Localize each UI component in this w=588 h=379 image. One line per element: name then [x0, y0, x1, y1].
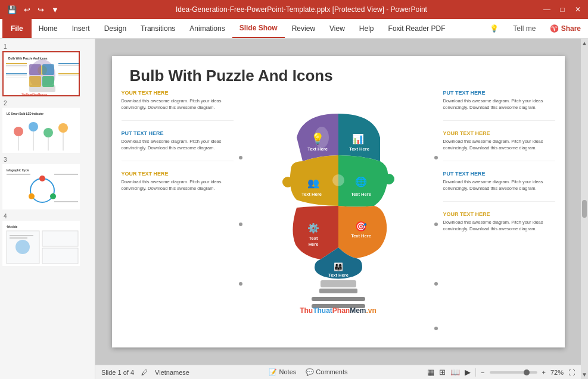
reading-view-icon[interactable]: 📖 — [450, 368, 460, 377]
slide-thumbnail-4[interactable]: 4th slide — [2, 221, 80, 266]
tab-home[interactable]: Home — [32, 19, 65, 38]
left-heading-2: PUT TEXT HERE — [122, 130, 234, 136]
scroll-thumb[interactable] — [582, 200, 587, 218]
tab-view[interactable]: View — [322, 19, 352, 38]
svg-point-35 — [29, 193, 35, 199]
language-label: Vietnamese — [155, 369, 189, 376]
status-bar: Slide 1 of 4 🖊 Vietnamese 📝 Notes 💬 Comm… — [95, 365, 581, 379]
slide-number-3: 3 — [2, 156, 92, 163]
zoom-thumb[interactable] — [524, 369, 530, 375]
tab-review[interactable]: Review — [285, 19, 322, 38]
watermark-mem: Mem — [350, 306, 366, 315]
zoom-out-button[interactable]: − — [481, 369, 484, 376]
right-separator-1 — [443, 120, 555, 121]
slide-thumb-2[interactable]: 2 LG Smart Bulb LED indicator — [2, 100, 92, 153]
svg-text:Infographic Cycle: Infographic Cycle — [7, 169, 29, 172]
zoom-in-button[interactable]: + — [542, 369, 546, 376]
svg-point-34 — [50, 193, 56, 199]
tab-foxit[interactable]: Foxit Reader PDF — [381, 19, 453, 38]
left-desc-3: Download this awesome diagram. Pitch you… — [122, 179, 234, 192]
svg-rect-36 — [7, 174, 30, 175]
ribbon-right: 💡 Tell me ♈ Share — [485, 22, 586, 35]
close-button[interactable]: ✕ — [573, 4, 583, 15]
slide-thumbnail-1[interactable]: Bulb With Puzzle And Icons — [2, 51, 80, 96]
thumb-svg-3: Infographic Cycle — [4, 165, 80, 209]
slide-body: YOUR TEXT HERE Download this awesome dia… — [112, 90, 565, 340]
dot-indicator-4 — [434, 156, 438, 159]
slide-sorter-icon[interactable]: ⊞ — [439, 368, 446, 377]
thumb-svg-1: Bulb With Puzzle And Icons — [4, 52, 80, 96]
svg-rect-52 — [319, 289, 357, 293]
svg-text:💡: 💡 — [311, 132, 325, 145]
zoom-slider[interactable] — [490, 371, 537, 374]
tab-animations[interactable]: Animations — [182, 19, 232, 38]
left-heading-3: YOUR TEXT HERE — [122, 171, 234, 177]
bulb-svg: 💡 📊 👥 🌐 — [255, 102, 422, 322]
svg-rect-43 — [42, 248, 78, 264]
svg-point-25 — [58, 123, 68, 133]
slide-thumb-1[interactable]: 1 Bulb With Puzzle And Icons — [2, 43, 92, 96]
tab-help[interactable]: Help — [352, 19, 381, 38]
maximize-button[interactable]: □ — [557, 4, 568, 15]
watermark-phan: Phan — [332, 306, 350, 315]
tab-design[interactable]: Design — [97, 19, 133, 38]
thumb-svg-4: 4th slide — [4, 222, 80, 266]
customize-quick-access-icon[interactable]: ▼ — [49, 4, 61, 15]
title-bar-left: 💾 ↩ ↪ ▼ — [5, 4, 61, 15]
scroll-up-button[interactable]: ▲ — [581, 40, 587, 46]
svg-text:📊: 📊 — [352, 133, 364, 145]
svg-text:🎯: 🎯 — [355, 221, 367, 232]
thumb-svg-2: LG Smart Bulb LED indicator — [4, 109, 80, 153]
tell-me-input[interactable]: Tell me — [508, 22, 540, 35]
slide-thumbnail-3[interactable]: Infographic Cycle — [2, 164, 80, 209]
svg-text:ThuThuatPhanMem.vn: ThuThuatPhanMem.vn — [21, 93, 47, 96]
svg-rect-7 — [29, 76, 41, 87]
comments-button[interactable]: 💬 Comments — [306, 368, 347, 376]
center-column: 💡 📊 👥 🌐 — [243, 90, 434, 340]
slide-thumb-4[interactable]: 4 4th slide — [2, 213, 92, 266]
right-heading-1: PUT TEXT HERE — [443, 90, 555, 96]
comments-label: Comments — [316, 368, 347, 375]
right-heading-4: YOUR TEXT HERE — [443, 211, 555, 217]
slide-thumbnail-2[interactable]: LG Smart Bulb LED indicator — [2, 108, 80, 153]
minimize-button[interactable]: — — [542, 4, 552, 15]
svg-rect-45 — [10, 235, 33, 236]
left-heading-1: YOUR TEXT HERE — [122, 90, 234, 96]
svg-rect-12 — [6, 73, 27, 74]
title-bar-right: — □ ✕ — [542, 4, 583, 15]
left-desc-1: Download this awesome diagram. Pitch you… — [122, 98, 234, 111]
separator-1 — [122, 120, 234, 121]
svg-point-44 — [15, 240, 30, 254]
share-button[interactable]: ♈ Share — [545, 22, 586, 35]
svg-rect-38 — [54, 201, 78, 202]
right-heading-2: YOUR TEXT HERE — [443, 130, 555, 136]
right-heading-3: PUT TEXT HERE — [443, 171, 555, 177]
svg-text:🌐: 🌐 — [355, 176, 367, 187]
vertical-scrollbar[interactable]: ▲ ▼ — [581, 39, 588, 379]
ribbon: File Home Insert Design Transitions Anim… — [0, 19, 588, 39]
slide-thumb-3[interactable]: 3 Infographic Cycle — [2, 156, 92, 209]
tab-transitions[interactable]: Transitions — [133, 19, 182, 38]
presentation-icon[interactable]: ▶ — [465, 368, 471, 377]
tab-file[interactable]: File — [2, 19, 32, 38]
notes-label: Notes — [279, 368, 297, 375]
slide-info: Slide 1 of 4 — [101, 369, 134, 376]
normal-view-icon[interactable]: ▦ — [427, 368, 434, 377]
redo-icon[interactable]: ↪ — [35, 4, 46, 15]
tab-slideshow[interactable]: Slide Show — [232, 19, 285, 38]
svg-rect-11 — [6, 67, 27, 67]
dot-indicator-3 — [239, 282, 242, 286]
notes-button[interactable]: 📝 Notes — [269, 368, 296, 376]
tab-insert[interactable]: Insert — [65, 19, 97, 38]
svg-rect-6 — [42, 64, 54, 75]
save-icon[interactable]: 💾 — [5, 4, 19, 15]
svg-point-50 — [384, 174, 394, 184]
scroll-down-button[interactable]: ▼ — [581, 371, 587, 378]
zoom-level[interactable]: 72% — [550, 369, 564, 376]
quick-access: 💾 ↩ ↪ ▼ — [5, 4, 61, 15]
status-icon: 🖊 — [141, 369, 148, 376]
slide-number-4: 4 — [2, 213, 92, 220]
fit-to-window-icon[interactable]: ⛶ — [568, 369, 575, 376]
svg-text:Text Here: Text Here — [349, 146, 369, 152]
undo-icon[interactable]: ↩ — [21, 4, 33, 15]
